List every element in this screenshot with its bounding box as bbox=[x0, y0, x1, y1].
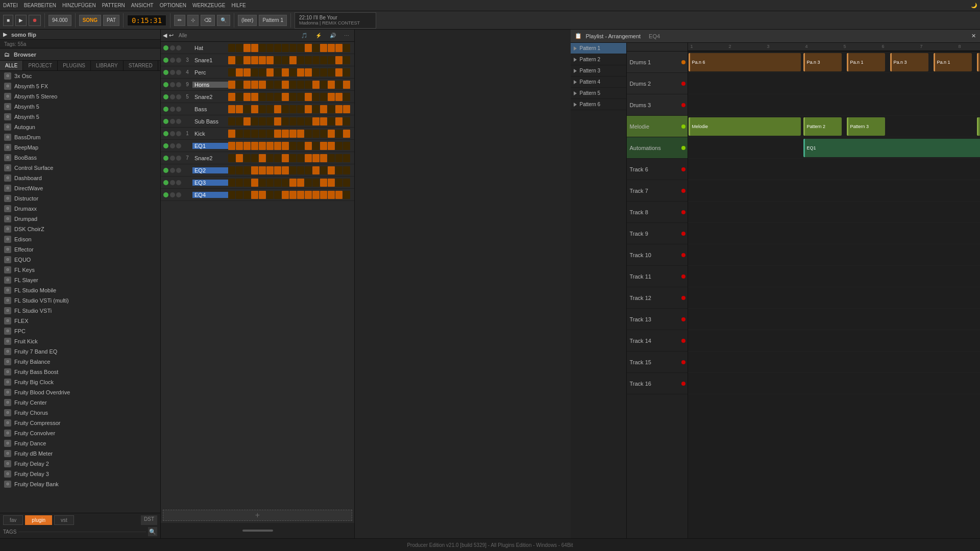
rack-control-btn[interactable] bbox=[176, 58, 181, 63]
rack-led[interactable] bbox=[163, 82, 168, 87]
rack-led[interactable] bbox=[163, 143, 168, 148]
plugin-item[interactable]: ⚙BooBass bbox=[0, 153, 160, 163]
pad[interactable] bbox=[282, 56, 289, 64]
plugin-item[interactable]: ⚙Fruity Center bbox=[0, 397, 160, 408]
rack-row[interactable]: 1Kick bbox=[161, 128, 354, 140]
pad[interactable] bbox=[305, 142, 312, 150]
pad[interactable] bbox=[305, 166, 312, 174]
pad[interactable] bbox=[328, 44, 335, 52]
pad[interactable] bbox=[228, 44, 235, 52]
plugin-item[interactable]: ⚙Autogun bbox=[0, 122, 160, 132]
pad[interactable] bbox=[312, 154, 320, 162]
plugin-item[interactable]: ⚙Edison bbox=[0, 234, 160, 244]
zoom-tool[interactable]: 🔍 bbox=[217, 15, 230, 26]
draw-tool[interactable]: ✏ bbox=[174, 15, 185, 26]
plugin-item[interactable]: ⚙Fruity Balance bbox=[0, 357, 160, 367]
pad[interactable] bbox=[243, 68, 251, 77]
cr-back-btn[interactable]: ◀ bbox=[163, 32, 167, 39]
pad[interactable] bbox=[251, 142, 258, 150]
cr-forward-btn[interactable]: ↩ bbox=[169, 32, 174, 39]
pad[interactable] bbox=[320, 68, 327, 77]
pad[interactable] bbox=[305, 130, 312, 138]
pad[interactable] bbox=[282, 130, 289, 138]
plugin-item[interactable]: ⚙FL Studio Mobile bbox=[0, 285, 160, 295]
rack-control-btn[interactable] bbox=[176, 131, 181, 136]
pad[interactable] bbox=[282, 105, 289, 113]
plugin-item[interactable]: ⚙Control Surface bbox=[0, 163, 160, 173]
pad[interactable] bbox=[343, 93, 350, 101]
track-label[interactable]: Track 8 bbox=[627, 202, 688, 223]
rack-control-btn[interactable] bbox=[170, 94, 175, 99]
cr-alle-btn[interactable]: Alle bbox=[176, 32, 190, 39]
pad[interactable] bbox=[251, 68, 258, 77]
track-content-row[interactable] bbox=[688, 373, 981, 394]
pattern-selector[interactable]: Pattern 1 bbox=[259, 15, 287, 26]
pad[interactable] bbox=[266, 191, 274, 199]
track-label[interactable]: Track 7 bbox=[627, 180, 688, 202]
track-content-row[interactable] bbox=[688, 287, 981, 309]
pad[interactable] bbox=[243, 166, 251, 174]
pad[interactable] bbox=[312, 93, 320, 101]
menu-pattern[interactable]: PATTERN bbox=[102, 3, 125, 8]
rack-channel-name[interactable]: Bass bbox=[192, 106, 228, 112]
pad[interactable] bbox=[243, 93, 251, 101]
pad[interactable] bbox=[328, 142, 335, 150]
pad[interactable] bbox=[305, 105, 312, 113]
rack-control-btn[interactable] bbox=[176, 180, 181, 185]
pad[interactable] bbox=[251, 81, 258, 89]
plugin-item[interactable]: ⚙Absynth 5 FX bbox=[0, 81, 160, 91]
pad[interactable] bbox=[236, 105, 243, 113]
pad[interactable] bbox=[343, 142, 350, 150]
rack-control-btn[interactable] bbox=[176, 82, 181, 87]
rack-row[interactable]: EQ1 bbox=[161, 140, 354, 152]
pad[interactable] bbox=[274, 81, 281, 89]
rack-channel-name[interactable]: EQ1 bbox=[192, 143, 228, 149]
plugin-item[interactable]: ⚙FL Slayer bbox=[0, 275, 160, 285]
pad[interactable] bbox=[259, 179, 266, 187]
pattern-block[interactable]: Pa.n 3 bbox=[890, 53, 928, 71]
pad[interactable] bbox=[335, 191, 342, 199]
pad[interactable] bbox=[282, 142, 289, 150]
pad[interactable] bbox=[297, 130, 304, 138]
pattern-block[interactable]: Pa.n 3 bbox=[803, 53, 842, 71]
plugin-item[interactable]: ⚙FL Studio VSTi (multi) bbox=[0, 295, 160, 306]
plugin-item[interactable]: ⚙EQUO bbox=[0, 255, 160, 265]
pad[interactable] bbox=[312, 191, 320, 199]
rack-row[interactable]: 5Snare2 bbox=[161, 91, 354, 103]
pad[interactable] bbox=[243, 142, 251, 150]
plugin-item[interactable]: ⚙Fruity Bass Boost bbox=[0, 367, 160, 377]
rack-led[interactable] bbox=[163, 94, 168, 99]
rack-control-btn[interactable] bbox=[170, 45, 175, 51]
track-label[interactable]: Track 14 bbox=[627, 330, 688, 352]
pad[interactable] bbox=[251, 191, 258, 199]
plugin-item[interactable]: ⚙BeepMap bbox=[0, 142, 160, 153]
track-content-row[interactable]: EQ1EQ1EQ1EQ1 bbox=[688, 137, 981, 159]
pad[interactable] bbox=[289, 56, 297, 64]
pad[interactable] bbox=[335, 68, 342, 77]
pad[interactable] bbox=[312, 105, 320, 113]
pad[interactable] bbox=[297, 93, 304, 101]
pad[interactable] bbox=[335, 93, 342, 101]
pad[interactable] bbox=[259, 93, 266, 101]
track-content-row[interactable] bbox=[688, 266, 981, 287]
pattern-list-item[interactable]: Pattern 4 bbox=[571, 77, 626, 88]
browser-expand-icon[interactable]: ▶ bbox=[3, 31, 7, 38]
pad[interactable] bbox=[251, 166, 258, 174]
plugin-item[interactable]: ⚙DirectWave bbox=[0, 183, 160, 193]
plugin-item[interactable]: ⚙Dashboard bbox=[0, 173, 160, 183]
track-content-row[interactable] bbox=[688, 244, 981, 266]
pad[interactable] bbox=[328, 81, 335, 89]
rack-control-btn[interactable] bbox=[170, 131, 175, 136]
pad[interactable] bbox=[243, 191, 251, 199]
pad[interactable] bbox=[297, 166, 304, 174]
pad[interactable] bbox=[274, 56, 281, 64]
pad[interactable] bbox=[320, 117, 327, 126]
track-content-row[interactable]: Pa.n 6Pa.n 3Pa.n 1Pa.n 3Pa.n 1Pa.n 3Pa.n… bbox=[688, 52, 981, 73]
pad[interactable] bbox=[236, 117, 243, 126]
pad[interactable] bbox=[266, 179, 274, 187]
rack-control-btn[interactable] bbox=[170, 107, 175, 112]
pad[interactable] bbox=[312, 44, 320, 52]
pad[interactable] bbox=[335, 179, 342, 187]
pad[interactable] bbox=[320, 105, 327, 113]
track-content-row[interactable] bbox=[688, 309, 981, 330]
